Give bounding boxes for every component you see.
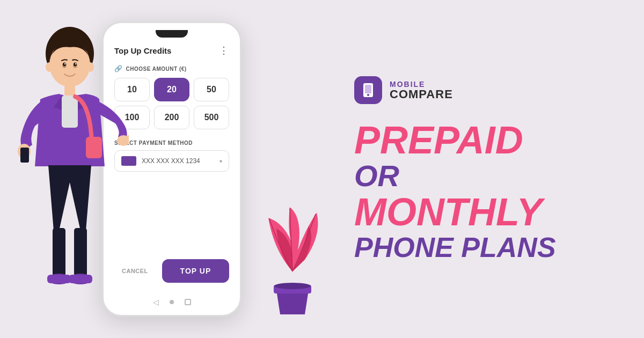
brand-header: MOBILE COMPARE: [354, 76, 453, 104]
payment-method-dropdown[interactable]: XXX XXX XXX 1234 ▾: [114, 150, 229, 172]
svg-point-7: [74, 63, 77, 67]
card-number-display: XXX XXX XXX 1234: [142, 157, 214, 165]
svg-point-2: [46, 62, 53, 72]
amount-50-button[interactable]: 50: [194, 78, 229, 101]
payment-section-label: SELECT PAYMENT METHOD: [114, 140, 229, 146]
brand-logo-icon: [354, 76, 382, 104]
svg-rect-10: [64, 85, 75, 97]
svg-point-9: [75, 63, 76, 64]
headline-monthly: MONTHLY: [354, 192, 556, 233]
right-section: MOBILE COMPARE PREPAID OR MONTHLY PHONE …: [333, 0, 644, 338]
svg-rect-14: [20, 148, 29, 163]
amount-grid: 10 20 50 100 200 500: [114, 78, 229, 129]
page-container: Top Up Credits ⋮ 🔗 CHOOSE AMOUNT (€) 10 …: [0, 0, 644, 338]
nav-recent-icon[interactable]: [185, 299, 191, 305]
svg-rect-21: [69, 275, 92, 283]
headline-plans: PHONE PLANS: [354, 233, 556, 262]
amount-500-button[interactable]: 500: [194, 106, 229, 129]
brand-compare-label: COMPARE: [390, 89, 453, 100]
phone-header: Top Up Credits ⋮: [114, 45, 229, 56]
dropdown-arrow-icon: ▾: [219, 158, 222, 164]
amount-200-button[interactable]: 200: [154, 106, 189, 129]
svg-point-26: [367, 94, 369, 96]
topup-button[interactable]: TOP UP: [162, 259, 229, 283]
more-options-icon[interactable]: ⋮: [219, 45, 229, 56]
left-section: Top Up Credits ⋮ 🔗 CHOOSE AMOUNT (€) 10 …: [0, 0, 333, 338]
nav-home-indicator[interactable]: [170, 300, 174, 304]
phone-notch: [156, 30, 188, 38]
headline: PREPAID OR MONTHLY PHONE PLANS: [354, 120, 556, 262]
phone-actions: CANCEL TOP UP: [114, 259, 229, 283]
amount-20-button[interactable]: 20: [154, 78, 189, 101]
svg-rect-11: [62, 95, 78, 128]
svg-rect-16: [53, 228, 65, 276]
amount-section-label: 🔗 CHOOSE AMOUNT (€): [114, 65, 229, 72]
svg-rect-19: [47, 275, 71, 283]
svg-rect-15: [86, 137, 102, 158]
svg-rect-25: [365, 85, 371, 93]
svg-point-3: [86, 62, 94, 72]
headline-prepaid: PREPAID: [354, 120, 556, 161]
svg-point-23: [274, 283, 311, 289]
nav-back-icon[interactable]: ◁: [153, 298, 159, 306]
svg-point-8: [64, 63, 65, 64]
person-illustration: [11, 16, 129, 322]
svg-point-6: [63, 63, 66, 67]
brand-text: MOBILE COMPARE: [390, 80, 453, 100]
headline-or: OR: [354, 160, 556, 192]
svg-rect-17: [74, 228, 87, 276]
plant-illustration: [258, 175, 327, 317]
